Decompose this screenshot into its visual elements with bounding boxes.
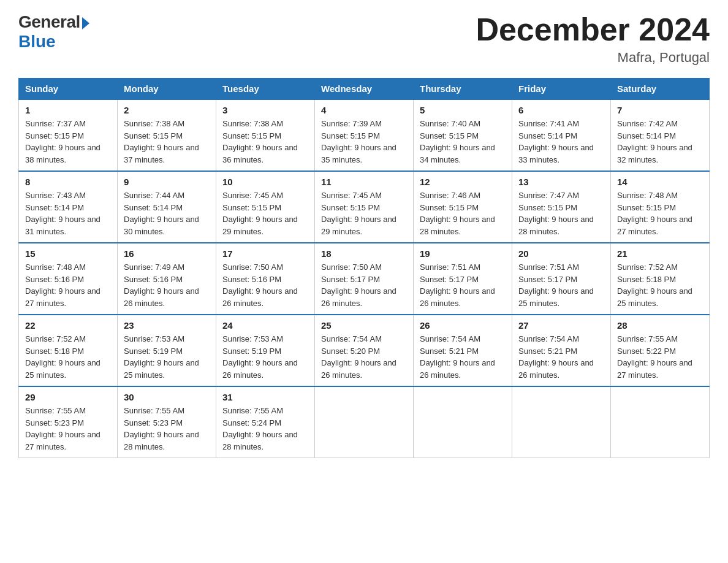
day-info: Sunrise: 7:43 AMSunset: 5:14 PMDaylight:… <box>25 191 100 236</box>
day-number: 27 <box>518 320 604 331</box>
day-number: 18 <box>321 248 407 259</box>
calendar-cell: 2Sunrise: 7:38 AMSunset: 5:15 PMDaylight… <box>118 99 216 171</box>
day-number: 23 <box>124 320 210 331</box>
calendar-table: SundayMondayTuesdayWednesdayThursdayFrid… <box>18 78 710 458</box>
calendar-cell <box>512 386 611 458</box>
calendar-cell: 29Sunrise: 7:55 AMSunset: 5:23 PMDayligh… <box>19 386 118 458</box>
day-number: 9 <box>124 177 210 187</box>
col-header-friday: Friday <box>512 79 611 100</box>
calendar-cell: 21Sunrise: 7:52 AMSunset: 5:18 PMDayligh… <box>611 243 710 315</box>
day-number: 3 <box>222 105 308 115</box>
col-header-monday: Monday <box>118 79 216 100</box>
day-number: 6 <box>518 105 604 115</box>
day-info: Sunrise: 7:49 AMSunset: 5:16 PMDaylight:… <box>124 262 199 308</box>
calendar-cell: 19Sunrise: 7:51 AMSunset: 5:17 PMDayligh… <box>414 243 512 315</box>
day-info: Sunrise: 7:55 AMSunset: 5:23 PMDaylight:… <box>124 406 199 451</box>
col-header-tuesday: Tuesday <box>216 79 315 100</box>
calendar-cell: 1Sunrise: 7:37 AMSunset: 5:15 PMDaylight… <box>19 99 118 171</box>
day-number: 25 <box>321 320 407 331</box>
day-number: 19 <box>420 248 506 259</box>
calendar-cell: 30Sunrise: 7:55 AMSunset: 5:23 PMDayligh… <box>118 386 216 458</box>
calendar-cell: 3Sunrise: 7:38 AMSunset: 5:15 PMDaylight… <box>216 99 315 171</box>
day-info: Sunrise: 7:52 AMSunset: 5:18 PMDaylight:… <box>25 334 100 380</box>
calendar-cell: 17Sunrise: 7:50 AMSunset: 5:16 PMDayligh… <box>216 243 315 315</box>
calendar-cell: 28Sunrise: 7:55 AMSunset: 5:22 PMDayligh… <box>611 315 710 386</box>
day-info: Sunrise: 7:37 AMSunset: 5:15 PMDaylight:… <box>25 119 100 164</box>
day-number: 30 <box>124 392 210 402</box>
day-info: Sunrise: 7:54 AMSunset: 5:21 PMDaylight:… <box>518 334 594 380</box>
calendar-cell: 22Sunrise: 7:52 AMSunset: 5:18 PMDayligh… <box>19 315 118 386</box>
day-info: Sunrise: 7:52 AMSunset: 5:18 PMDaylight:… <box>617 262 692 308</box>
calendar-cell: 18Sunrise: 7:50 AMSunset: 5:17 PMDayligh… <box>315 243 414 315</box>
calendar-cell: 4Sunrise: 7:39 AMSunset: 5:15 PMDaylight… <box>315 99 414 171</box>
day-info: Sunrise: 7:53 AMSunset: 5:19 PMDaylight:… <box>124 334 199 380</box>
col-header-thursday: Thursday <box>414 79 512 100</box>
day-info: Sunrise: 7:48 AMSunset: 5:15 PMDaylight:… <box>617 191 692 236</box>
day-info: Sunrise: 7:44 AMSunset: 5:14 PMDaylight:… <box>124 191 199 236</box>
calendar-cell: 24Sunrise: 7:53 AMSunset: 5:19 PMDayligh… <box>216 315 315 386</box>
day-number: 13 <box>518 177 604 187</box>
day-number: 31 <box>222 392 308 402</box>
day-number: 17 <box>222 248 308 259</box>
day-number: 28 <box>617 320 703 331</box>
day-info: Sunrise: 7:46 AMSunset: 5:15 PMDaylight:… <box>420 191 495 236</box>
title-block: December 2024 Mafra, Portugal <box>476 12 710 66</box>
day-info: Sunrise: 7:53 AMSunset: 5:19 PMDaylight:… <box>222 334 298 380</box>
calendar-cell: 6Sunrise: 7:41 AMSunset: 5:14 PMDaylight… <box>512 99 611 171</box>
day-number: 22 <box>25 320 111 331</box>
day-info: Sunrise: 7:48 AMSunset: 5:16 PMDaylight:… <box>25 262 100 308</box>
day-number: 20 <box>518 248 604 259</box>
calendar-week-row: 29Sunrise: 7:55 AMSunset: 5:23 PMDayligh… <box>19 386 710 458</box>
day-number: 26 <box>420 320 506 331</box>
day-number: 4 <box>321 105 407 115</box>
calendar-cell: 13Sunrise: 7:47 AMSunset: 5:15 PMDayligh… <box>512 171 611 243</box>
day-info: Sunrise: 7:45 AMSunset: 5:15 PMDaylight:… <box>222 191 298 236</box>
calendar-cell: 26Sunrise: 7:54 AMSunset: 5:21 PMDayligh… <box>414 315 512 386</box>
page-title: December 2024 <box>476 12 710 47</box>
day-number: 5 <box>420 105 506 115</box>
calendar-cell: 5Sunrise: 7:40 AMSunset: 5:15 PMDaylight… <box>414 99 512 171</box>
calendar-cell: 27Sunrise: 7:54 AMSunset: 5:21 PMDayligh… <box>512 315 611 386</box>
calendar-cell: 12Sunrise: 7:46 AMSunset: 5:15 PMDayligh… <box>414 171 512 243</box>
calendar-cell: 31Sunrise: 7:55 AMSunset: 5:24 PMDayligh… <box>216 386 315 458</box>
day-info: Sunrise: 7:50 AMSunset: 5:16 PMDaylight:… <box>222 262 298 308</box>
calendar-cell: 8Sunrise: 7:43 AMSunset: 5:14 PMDaylight… <box>19 171 118 243</box>
day-info: Sunrise: 7:51 AMSunset: 5:17 PMDaylight:… <box>518 262 594 308</box>
page-header: General Blue December 2024 Mafra, Portug… <box>18 12 710 66</box>
day-number: 2 <box>124 105 210 115</box>
day-info: Sunrise: 7:55 AMSunset: 5:22 PMDaylight:… <box>617 334 692 380</box>
day-info: Sunrise: 7:41 AMSunset: 5:14 PMDaylight:… <box>518 119 594 164</box>
col-header-saturday: Saturday <box>611 79 710 100</box>
calendar-cell <box>414 386 512 458</box>
logo-general-text: General <box>18 12 80 32</box>
logo-arrow-icon <box>82 17 89 29</box>
calendar-cell: 16Sunrise: 7:49 AMSunset: 5:16 PMDayligh… <box>118 243 216 315</box>
day-info: Sunrise: 7:45 AMSunset: 5:15 PMDaylight:… <box>321 191 396 236</box>
day-info: Sunrise: 7:42 AMSunset: 5:14 PMDaylight:… <box>617 119 692 164</box>
day-number: 14 <box>617 177 703 187</box>
calendar-week-row: 1Sunrise: 7:37 AMSunset: 5:15 PMDaylight… <box>19 99 710 171</box>
day-info: Sunrise: 7:39 AMSunset: 5:15 PMDaylight:… <box>321 119 396 164</box>
col-header-sunday: Sunday <box>19 79 118 100</box>
calendar-cell: 25Sunrise: 7:54 AMSunset: 5:20 PMDayligh… <box>315 315 414 386</box>
logo: General Blue <box>18 12 89 52</box>
day-info: Sunrise: 7:47 AMSunset: 5:15 PMDaylight:… <box>518 191 594 236</box>
day-info: Sunrise: 7:40 AMSunset: 5:15 PMDaylight:… <box>420 119 495 164</box>
calendar-cell: 7Sunrise: 7:42 AMSunset: 5:14 PMDaylight… <box>611 99 710 171</box>
day-info: Sunrise: 7:55 AMSunset: 5:24 PMDaylight:… <box>222 406 298 451</box>
col-header-wednesday: Wednesday <box>315 79 414 100</box>
day-info: Sunrise: 7:50 AMSunset: 5:17 PMDaylight:… <box>321 262 396 308</box>
logo-blue-text: Blue <box>18 32 56 52</box>
day-number: 8 <box>25 177 111 187</box>
calendar-cell: 20Sunrise: 7:51 AMSunset: 5:17 PMDayligh… <box>512 243 611 315</box>
day-info: Sunrise: 7:38 AMSunset: 5:15 PMDaylight:… <box>222 119 298 164</box>
calendar-week-row: 8Sunrise: 7:43 AMSunset: 5:14 PMDaylight… <box>19 171 710 243</box>
calendar-week-row: 15Sunrise: 7:48 AMSunset: 5:16 PMDayligh… <box>19 243 710 315</box>
day-info: Sunrise: 7:54 AMSunset: 5:20 PMDaylight:… <box>321 334 396 380</box>
day-number: 7 <box>617 105 703 115</box>
day-number: 1 <box>25 105 111 115</box>
day-info: Sunrise: 7:51 AMSunset: 5:17 PMDaylight:… <box>420 262 495 308</box>
calendar-cell: 11Sunrise: 7:45 AMSunset: 5:15 PMDayligh… <box>315 171 414 243</box>
page-subtitle: Mafra, Portugal <box>476 50 710 66</box>
calendar-cell: 10Sunrise: 7:45 AMSunset: 5:15 PMDayligh… <box>216 171 315 243</box>
